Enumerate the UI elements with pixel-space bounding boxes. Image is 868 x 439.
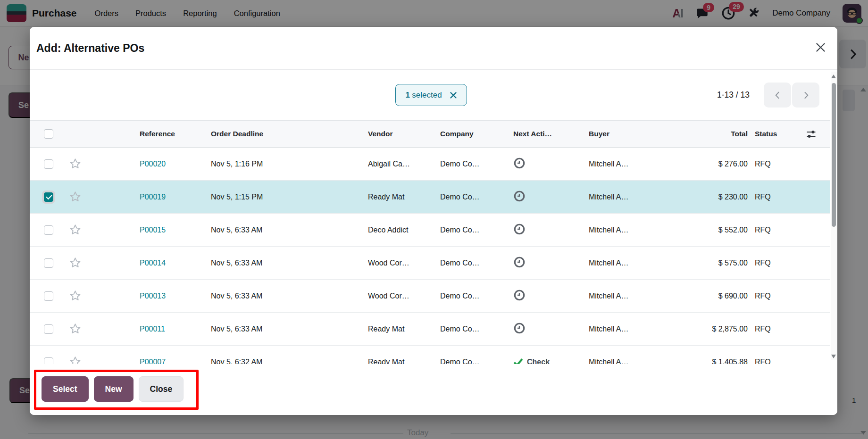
table-row[interactable]: P00013 Nov 5, 6:33 AM Wood Cor… Demo Co…… [30,280,830,313]
total-cell: $ 1,405.88 [659,358,748,364]
column-next-activity[interactable]: Next Acti… [513,130,589,138]
table-row[interactable]: P00011 Nov 5, 6:33 AM Ready Mat Demo Co…… [30,313,830,346]
dialog-control-row: 1 selected 1-13 / 13 [30,70,837,120]
select-all-checkbox[interactable] [44,129,53,139]
select-button[interactable]: Select [42,376,89,402]
status-cell: RFQ [748,325,792,333]
next-activity-cell[interactable] [513,256,589,270]
table-row[interactable]: P00007 Nov 5, 6:32 AM Ready Mat Demo Co…… [30,346,830,364]
activity-clock-icon[interactable] [513,262,526,270]
star-icon[interactable] [68,355,82,364]
table-row[interactable]: P00015 Nov 5, 6:33 AM Deco Addict Demo C… [30,214,830,247]
column-company[interactable]: Company [440,130,513,138]
row-checkbox[interactable] [44,159,53,169]
row-checkbox[interactable] [44,291,53,301]
total-cell: $ 552.00 [659,226,748,234]
order-deadline-cell: Nov 5, 6:33 AM [211,325,368,333]
row-checkbox[interactable] [44,192,53,202]
activity-clock-icon[interactable] [513,229,526,237]
company-cell: Demo Co… [440,358,513,364]
next-activity-cell[interactable] [513,223,589,237]
order-deadline-cell: Nov 5, 6:33 AM [211,259,368,267]
pager-range[interactable]: 1-13 / 13 [717,90,750,100]
close-button[interactable]: Close [139,376,184,402]
vendor-cell: Ready Mat [368,325,440,333]
dialog-title: Add: Alternative POs [36,42,144,55]
activity-clock-icon[interactable] [513,196,526,204]
star-icon[interactable] [68,256,82,270]
order-deadline-cell: Nov 5, 1:16 PM [211,160,368,168]
column-reference[interactable]: Reference [88,130,211,138]
vendor-cell: Wood Cor… [368,259,440,267]
vendor-cell: Deco Addict [368,226,440,234]
scrollbar-up-icon[interactable] [831,75,836,78]
reference-link[interactable]: P00007 [140,358,166,364]
reference-link[interactable]: P00020 [140,160,166,168]
pager-next-button[interactable] [792,83,819,108]
pager-previous-button[interactable] [764,83,791,108]
status-cell: RFQ [748,292,792,300]
selection-count: 1 [405,91,409,99]
activity-check-icon[interactable]: Check [513,358,589,364]
dialog-scrollbar[interactable] [831,72,837,360]
next-activity-cell[interactable] [513,322,589,336]
row-checkbox[interactable] [44,357,53,364]
status-cell: RFQ [748,160,792,168]
activity-clock-icon[interactable] [513,328,526,336]
reference-link[interactable]: P00019 [140,193,166,201]
buyer-cell: Mitchell A… [589,325,659,333]
row-checkbox[interactable] [44,225,53,235]
selection-label: selected [412,91,442,99]
table-row[interactable]: P00020 Nov 5, 1:16 PM Abigail Ca… Demo C… [30,148,830,181]
reference-link[interactable]: P00013 [140,292,166,300]
optional-columns-icon[interactable] [792,128,830,141]
reference-link[interactable]: P00011 [140,325,165,333]
status-cell: RFQ [748,358,792,364]
vendor-cell: Ready Mat [368,358,440,364]
vendor-cell: Wood Cor… [368,292,440,300]
column-order-deadline[interactable]: Order Deadline [211,130,368,138]
star-icon[interactable] [68,289,82,303]
order-deadline-cell: Nov 5, 1:15 PM [211,193,368,201]
clear-selection-icon[interactable] [450,91,457,99]
add-alternative-pos-dialog: Add: Alternative POs 1 selected 1-13 / 1… [30,27,837,415]
reference-link[interactable]: P00014 [140,259,166,267]
status-cell: RFQ [748,259,792,267]
star-icon[interactable] [68,223,82,237]
column-status[interactable]: Status [748,130,792,138]
next-activity-cell[interactable] [513,190,589,204]
column-buyer[interactable]: Buyer [589,130,659,138]
dialog-header: Add: Alternative POs [30,27,837,70]
company-cell: Demo Co… [440,259,513,267]
total-cell: $ 575.00 [659,259,748,267]
star-icon[interactable] [68,157,82,171]
next-activity-cell[interactable] [513,157,589,171]
total-cell: $ 690.00 [659,292,748,300]
star-icon[interactable] [68,322,82,336]
scrollbar-thumb[interactable] [832,83,836,227]
star-icon[interactable] [68,190,82,204]
vendor-cell: Abigail Ca… [368,160,440,168]
activity-clock-icon[interactable] [513,163,526,171]
row-checkbox[interactable] [44,324,53,334]
row-checkbox[interactable] [44,258,53,268]
vendor-cell: Ready Mat [368,193,440,201]
company-cell: Demo Co… [440,325,513,333]
activity-clock-icon[interactable] [513,295,526,303]
next-activity-cell[interactable]: Check [513,358,589,364]
selection-badge: 1 selected [395,84,467,106]
total-cell: $ 230.00 [659,193,748,201]
company-cell: Demo Co… [440,193,513,201]
status-cell: RFQ [748,193,792,201]
next-activity-cell[interactable] [513,289,589,303]
close-icon[interactable] [815,42,826,53]
record-pager: 1-13 / 13 [717,70,819,120]
new-button[interactable]: New [94,376,134,402]
table-row[interactable]: P00014 Nov 5, 6:33 AM Wood Cor… Demo Co…… [30,247,830,280]
column-total[interactable]: Total [659,130,748,138]
buyer-cell: Mitchell A… [589,259,659,267]
column-vendor[interactable]: Vendor [368,130,440,138]
reference-link[interactable]: P00015 [140,226,166,234]
table-row[interactable]: P00019 Nov 5, 1:15 PM Ready Mat Demo Co…… [30,181,830,214]
scrollbar-down-icon[interactable] [831,355,836,358]
